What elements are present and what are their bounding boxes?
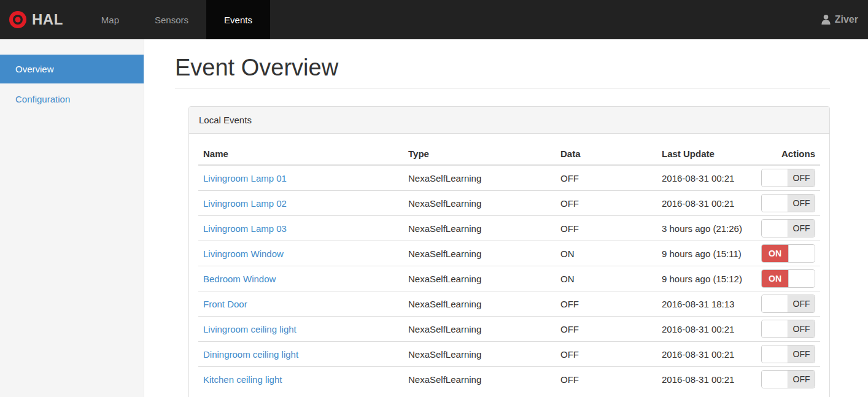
event-name-link[interactable]: Livingroom Lamp 03 <box>203 223 287 234</box>
toggle-switch-on[interactable]: ON <box>761 244 815 263</box>
table-row: Livingroom ceiling lightNexaSelfLearning… <box>198 317 820 342</box>
main-nav: Map Sensors Events <box>83 0 270 39</box>
user-menu[interactable]: Ziver <box>811 0 868 39</box>
event-type-cell: NexaSelfLearning <box>403 317 556 342</box>
event-type-cell: NexaSelfLearning <box>403 165 556 191</box>
switch-handle <box>762 371 788 388</box>
event-name-link[interactable]: Front Door <box>203 299 247 309</box>
table-row: Livingroom Lamp 01NexaSelfLearningOFF201… <box>198 165 820 191</box>
switch-state-label: OFF <box>788 195 815 212</box>
event-type-cell: NexaSelfLearning <box>403 191 556 216</box>
event-name-link[interactable]: Livingroom ceiling light <box>203 324 296 334</box>
brand[interactable]: HAL <box>0 0 72 39</box>
toggle-switch-off[interactable]: OFF <box>761 295 815 313</box>
nav-item-map[interactable]: Map <box>83 0 137 39</box>
event-data-cell: ON <box>556 266 657 291</box>
switch-state-label: OFF <box>788 320 815 337</box>
events-table: Name Type Data Last Update Actions Livin… <box>198 143 820 391</box>
event-data-cell: OFF <box>556 165 657 191</box>
user-name: Ziver <box>835 14 858 25</box>
toggle-switch-off[interactable]: OFF <box>761 320 815 338</box>
event-name-link[interactable]: Livingroom Lamp 01 <box>203 173 287 183</box>
column-header-last-update: Last Update <box>657 143 756 165</box>
event-last-update-cell: 2016-08-31 00:21 <box>657 191 756 216</box>
table-row: Livingroom WindowNexaSelfLearningON9 hou… <box>198 241 820 266</box>
nav-item-sensors[interactable]: Sensors <box>137 0 206 39</box>
switch-handle <box>762 220 788 237</box>
toggle-switch-off[interactable]: OFF <box>761 370 815 388</box>
sidebar: Overview Configuration <box>0 39 144 397</box>
sidebar-item-overview[interactable]: Overview <box>0 55 144 83</box>
page-header: Event Overview <box>175 55 830 89</box>
brand-title: HAL <box>32 11 63 28</box>
switch-state-label: OFF <box>788 295 815 312</box>
table-header-row: Name Type Data Last Update Actions <box>198 143 820 165</box>
event-name-link[interactable]: Bedroom Window <box>203 274 276 284</box>
event-data-cell: OFF <box>556 191 657 216</box>
toggle-switch-on[interactable]: ON <box>761 269 815 288</box>
event-name-link[interactable]: Kitchen ceiling light <box>203 374 282 385</box>
event-data-cell: OFF <box>556 367 657 392</box>
event-last-update-cell: 2016-08-31 00:21 <box>657 367 756 392</box>
switch-handle <box>762 195 788 212</box>
events-table-body: Livingroom Lamp 01NexaSelfLearningOFF201… <box>198 165 820 391</box>
event-data-cell: OFF <box>556 216 657 241</box>
column-header-name: Name <box>198 143 403 165</box>
switch-handle <box>788 270 815 287</box>
event-name-link[interactable]: Diningroom ceiling light <box>203 349 298 360</box>
switch-state-label: ON <box>762 245 788 262</box>
toggle-switch-off[interactable]: OFF <box>761 169 815 187</box>
event-type-cell: NexaSelfLearning <box>403 291 556 317</box>
event-last-update-cell: 2016-08-31 00:21 <box>657 317 756 342</box>
navbar: HAL Map Sensors Events Ziver <box>0 0 868 39</box>
column-header-type: Type <box>403 143 556 165</box>
switch-state-label: OFF <box>788 169 815 187</box>
event-last-update-cell: 2016-08-31 00:21 <box>657 342 756 367</box>
event-type-cell: NexaSelfLearning <box>403 266 556 291</box>
event-type-cell: NexaSelfLearning <box>403 367 556 392</box>
event-name-link[interactable]: Livingroom Lamp 02 <box>203 198 287 209</box>
switch-state-label: OFF <box>788 345 815 363</box>
event-last-update-cell: 9 hours ago (15:11) <box>657 241 756 266</box>
switch-state-label: OFF <box>788 220 815 237</box>
toggle-switch-off[interactable]: OFF <box>761 194 815 212</box>
switch-handle <box>762 295 788 312</box>
hal-logo-bullseye-icon <box>9 10 27 29</box>
switch-state-label: ON <box>762 270 788 287</box>
local-events-panel: Local Events Name Type Data Last Update … <box>188 106 830 397</box>
switch-handle <box>762 320 788 337</box>
table-row: Livingroom Lamp 02NexaSelfLearningOFF201… <box>198 191 820 216</box>
nav-item-events[interactable]: Events <box>206 0 270 39</box>
column-header-data: Data <box>556 143 657 165</box>
event-data-cell: OFF <box>556 291 657 317</box>
toggle-switch-off[interactable]: OFF <box>761 219 815 237</box>
main-content: Event Overview Local Events Name Type Da… <box>144 39 868 397</box>
page-title: Event Overview <box>175 55 830 81</box>
event-last-update-cell: 2016-08-31 00:21 <box>657 165 756 191</box>
event-last-update-cell: 3 hours ago (21:26) <box>657 216 756 241</box>
sidebar-item-configuration[interactable]: Configuration <box>0 85 144 114</box>
table-row: Livingroom Lamp 03NexaSelfLearningOFF3 h… <box>198 216 820 241</box>
panel-body: Name Type Data Last Update Actions Livin… <box>189 134 829 397</box>
switch-handle <box>762 345 788 363</box>
switch-handle <box>788 245 815 262</box>
table-row: Kitchen ceiling lightNexaSelfLearningOFF… <box>198 367 820 392</box>
event-type-cell: NexaSelfLearning <box>403 216 556 241</box>
user-icon <box>821 14 831 25</box>
event-name-link[interactable]: Livingroom Window <box>203 249 284 259</box>
event-data-cell: OFF <box>556 342 657 367</box>
table-row: Bedroom WindowNexaSelfLearningON9 hours … <box>198 266 820 291</box>
column-header-actions: Actions <box>756 143 820 165</box>
event-data-cell: OFF <box>556 317 657 342</box>
event-last-update-cell: 2016-08-31 18:13 <box>657 291 756 317</box>
panel-title: Local Events <box>189 107 829 134</box>
switch-handle <box>762 169 788 187</box>
event-last-update-cell: 9 hours ago (15:12) <box>657 266 756 291</box>
toggle-switch-off[interactable]: OFF <box>761 345 815 363</box>
event-type-cell: NexaSelfLearning <box>403 342 556 367</box>
event-data-cell: ON <box>556 241 657 266</box>
table-row: Diningroom ceiling lightNexaSelfLearning… <box>198 342 820 367</box>
event-type-cell: NexaSelfLearning <box>403 241 556 266</box>
table-row: Front DoorNexaSelfLearningOFF2016-08-31 … <box>198 291 820 317</box>
switch-state-label: OFF <box>788 371 815 388</box>
